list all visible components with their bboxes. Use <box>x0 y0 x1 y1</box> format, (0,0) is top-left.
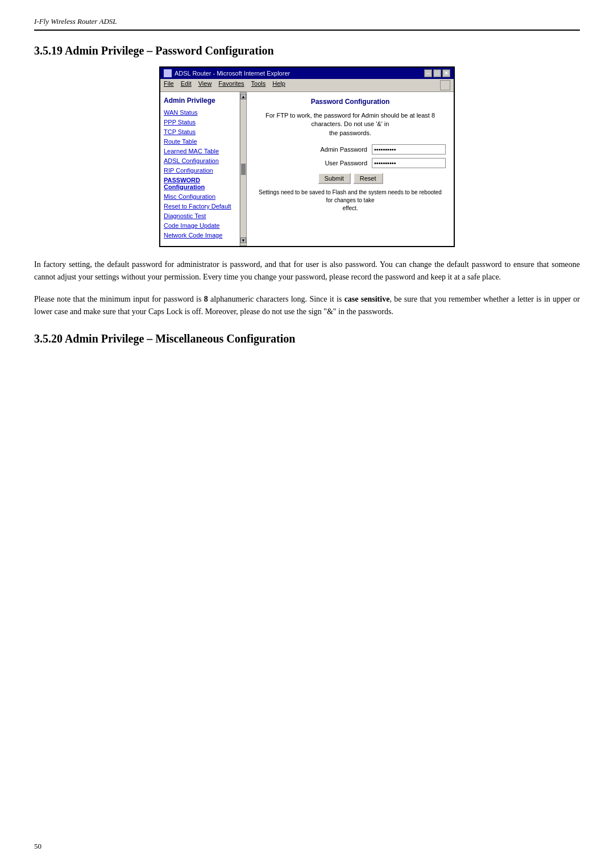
scroll-track <box>241 101 246 162</box>
section-3519-title: 3.5.19 Admin Privilege – Password Config… <box>34 44 580 57</box>
user-password-input[interactable] <box>372 158 446 168</box>
desc-line2: the passwords. <box>329 130 371 136</box>
admin-password-row: Admin Password <box>255 144 446 155</box>
scroll-up-arrow[interactable]: ▲ <box>240 94 246 99</box>
sidebar-link-adsl-config[interactable]: ADSL Configuration <box>164 157 236 164</box>
sidebar-scrollbar[interactable]: ▲ ▼ <box>240 92 247 246</box>
p2-part1: Please note that the minimum input for p… <box>34 295 204 303</box>
browser-title: ADSL Router - Microsoft Internet Explore… <box>175 70 290 77</box>
p2-part2: alphanumeric characters long. Since it i… <box>208 295 345 303</box>
save-note-line1: Settings need to be saved to Flash and t… <box>259 189 442 203</box>
admin-password-label: Admin Password <box>310 146 367 153</box>
browser-body: Admin Privilege WAN Status PPP Status TC… <box>160 92 454 246</box>
menu-edit[interactable]: Edit <box>181 80 192 90</box>
desc-line1: For FTP to work, the password for Admin … <box>265 112 435 127</box>
restore-button[interactable]: □ <box>433 69 441 77</box>
sidebar-scroll: WAN Status PPP Status TCP Status Route T… <box>164 109 236 241</box>
sidebar-link-diagnostic[interactable]: Diagnostic Test <box>164 212 236 219</box>
sidebar-link-route-table[interactable]: Route Table <box>164 138 236 145</box>
scroll-track-bottom <box>241 176 246 238</box>
browser-icon <box>164 69 172 77</box>
menu-favorites[interactable]: Favorites <box>218 80 244 90</box>
paragraph-1: In factory setting, the default password… <box>34 258 580 284</box>
main-content-area: Password Configuration For FTP to work, … <box>247 92 454 246</box>
page-number: 50 <box>34 842 42 850</box>
page-footer: 50 <box>34 842 42 851</box>
reset-button[interactable]: Reset <box>353 173 383 184</box>
scroll-down-arrow[interactable]: ▼ <box>240 237 246 243</box>
submit-button[interactable]: Submit <box>318 173 351 184</box>
scroll-thumb[interactable] <box>241 164 246 175</box>
sidebar: Admin Privilege WAN Status PPP Status TC… <box>160 92 240 246</box>
sidebar-wrapper: Admin Privilege WAN Status PPP Status TC… <box>160 92 247 246</box>
user-password-row: User Password <box>255 158 446 168</box>
content-description: For FTP to work, the password for Admin … <box>255 111 446 137</box>
sidebar-link-factory-reset[interactable]: Reset to Factory Default <box>164 203 236 210</box>
page-header: I-Fly Wireless Router ADSL <box>34 17 580 31</box>
sidebar-link-network-code[interactable]: Network Code Image <box>164 232 236 239</box>
sidebar-title: Admin Privilege <box>164 97 236 105</box>
minimize-button[interactable]: ─ <box>424 69 432 77</box>
form-buttons: Submit Reset <box>255 173 446 184</box>
sidebar-link-tcp-status[interactable]: TCP Status <box>164 128 236 135</box>
sidebar-link-learned-mac[interactable]: Learned MAC Table <box>164 148 236 155</box>
sidebar-link-ppp-status[interactable]: PPP Status <box>164 119 236 126</box>
user-password-label: User Password <box>310 160 367 166</box>
menu-help[interactable]: Help <box>272 80 285 90</box>
section-3520-title: 3.5.20 Admin Privilege – Miscellaneous C… <box>34 332 580 345</box>
sidebar-link-password-config[interactable]: PASSWORDConfiguration <box>164 177 236 190</box>
browser-window: ADSL Router - Microsoft Internet Explore… <box>159 66 455 247</box>
admin-password-input[interactable] <box>372 144 446 155</box>
close-button[interactable]: ✕ <box>442 69 450 77</box>
menu-file[interactable]: File <box>164 80 174 90</box>
save-note: Settings need to be saved to Flash and t… <box>255 189 446 212</box>
window-controls[interactable]: ─ □ ✕ <box>424 69 450 77</box>
content-title: Password Configuration <box>255 98 446 106</box>
browser-titlebar: ADSL Router - Microsoft Internet Explore… <box>160 68 454 79</box>
sidebar-link-wan-status[interactable]: WAN Status <box>164 109 236 116</box>
sidebar-link-rip-config[interactable]: RIP Configuration <box>164 167 236 174</box>
save-note-line2: effect. <box>342 205 358 211</box>
menu-tools[interactable]: Tools <box>251 80 266 90</box>
sidebar-link-misc-config[interactable]: Misc Configuration <box>164 193 236 200</box>
menu-view[interactable]: View <box>198 80 212 90</box>
header-title: I-Fly Wireless Router ADSL <box>34 17 117 26</box>
paragraph-2: Please note that the minimum input for p… <box>34 293 580 319</box>
p2-case-sensitive: case sensitive <box>345 295 390 303</box>
titlebar-left: ADSL Router - Microsoft Internet Explore… <box>164 69 290 77</box>
toolbar-button[interactable] <box>440 80 450 90</box>
sidebar-link-code-image[interactable]: Code Image Update <box>164 222 236 229</box>
browser-menubar: File Edit View Favorites Tools Help <box>160 79 454 92</box>
p2-8: 8 <box>204 295 208 303</box>
